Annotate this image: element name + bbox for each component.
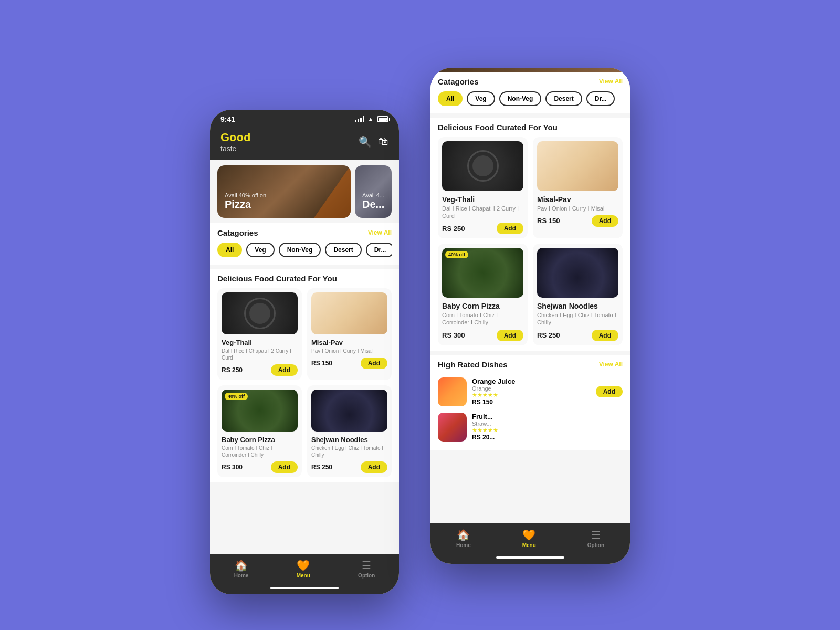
add-babycorn-button[interactable]: Add (271, 461, 298, 473)
p2-desc-vegthali: Dal I Rice I Chapati I 2 Curry I Curd (442, 205, 523, 220)
category-pills: All Veg Non-Veg Desert Dr... (217, 243, 392, 261)
p2-rated-title: High Rated Dishes (438, 360, 508, 369)
discount-badge-babycorn: 40% off (225, 393, 248, 400)
p2-img-orange-juice (438, 377, 467, 406)
p2-pill-nonveg[interactable]: Non-Veg (499, 91, 542, 106)
p2-img-fruit (438, 413, 467, 442)
phone-1: 9:41 ▲ Good (210, 110, 399, 594)
p2-home-indicator-bar (496, 556, 564, 559)
p2-add-vegthali[interactable]: Add (497, 223, 523, 234)
p2-rated-orange[interactable]: Orange Juice Orange ★★★★★ RS 150 Add (438, 374, 623, 410)
food-desc-babycorn: Corn I Tomato I Chiz I Corroinder I Chil… (222, 445, 298, 458)
status-icons: ▲ (355, 116, 388, 123)
food-footer-vegthali: RS 250 Add (222, 364, 298, 376)
nav-option-label: Option (358, 573, 375, 579)
food-card-vegthali[interactable]: Veg-Thali Dal I Rice I Chapati I 2 Curry… (217, 288, 302, 380)
p2-add-noodles[interactable]: Add (592, 330, 618, 341)
p2-stars-fruit: ★★★★★ (472, 427, 623, 434)
search-icon[interactable]: 🔍 (359, 135, 372, 148)
p2-pill-veg[interactable]: Veg (467, 91, 495, 106)
food-grid: Veg-Thali Dal I Rice I Chapati I 2 Curry… (217, 288, 392, 477)
p2-add-misalpav[interactable]: Add (592, 215, 618, 227)
p2-nav-menu[interactable]: 🧡 Menu (522, 529, 536, 548)
promo-banners: Avail 40% off on Pizza Avail 4... De... (210, 160, 399, 223)
food-desc-misalpav: Pav I Onion I Curry I Misal (311, 348, 387, 354)
food-price-misalpav: RS 150 (311, 360, 332, 367)
home-indicator-bar (270, 587, 339, 589)
banner-dessert-text: Avail 4... De... (362, 192, 384, 211)
p2-nav-option[interactable]: ☰ Option (587, 529, 604, 548)
p2-food-vegthali[interactable]: Veg-Thali Dal I Rice I Chapati I 2 Curry… (438, 137, 528, 239)
p2-price-babycorn: RS 300 (442, 331, 465, 339)
p2-info-fruit: Fruit... Straw... ★★★★★ RS 20... (472, 413, 623, 441)
food-footer-misalpav: RS 150 Add (311, 358, 387, 369)
menu-icon: 🧡 (297, 559, 310, 572)
food-card-noodles[interactable]: Shejwan Noodles Chicken I Egg I Chiz I T… (307, 385, 392, 477)
p2-rated-fruit[interactable]: Fruit... Straw... ★★★★★ RS 20... (438, 410, 623, 445)
p2-food-misalpav[interactable]: Misal-Pav Pav I Onion I Curry I Misal RS… (533, 137, 623, 239)
food-card-babycorn[interactable]: 40% off Baby Corn Pizza Corn I Tomato I … (217, 385, 302, 477)
status-bar: 9:41 ▲ (210, 110, 399, 127)
p2-price-orange: RS 150 (472, 398, 591, 406)
add-vegthali-button[interactable]: Add (271, 364, 298, 376)
add-misalpav-button[interactable]: Add (361, 358, 387, 369)
p2-curated-section: Delicious Food Curated For You Veg-Thali… (430, 118, 630, 351)
p2-pill-dr[interactable]: Dr... (586, 91, 615, 106)
p2-price-fruit: RS 20... (472, 434, 623, 441)
food-price-vegthali: RS 250 (222, 366, 243, 374)
curated-header: Delicious Food Curated For You (217, 274, 392, 283)
p2-categories-view-all[interactable]: View All (599, 78, 623, 85)
banner-pizza[interactable]: Avail 40% off on Pizza (217, 165, 351, 218)
nav-menu-label: Menu (297, 573, 310, 579)
p2-nav-option-label: Option (587, 542, 604, 548)
p2-nav-home-label: Home (456, 542, 471, 548)
p2-add-babycorn[interactable]: Add (497, 330, 523, 341)
p2-add-orange[interactable]: Add (596, 386, 623, 397)
p2-name-orange: Orange Juice (472, 377, 591, 385)
app-header: Good taste 🔍 🛍 (210, 127, 399, 160)
pill-all[interactable]: All (217, 243, 242, 257)
p2-pill-all[interactable]: All (438, 91, 463, 106)
food-img-noodles (311, 390, 387, 432)
food-name-noodles: Shejwan Noodles (311, 436, 387, 444)
food-card-misalpav[interactable]: Misal-Pav Pav I Onion I Curry I Misal RS… (307, 288, 392, 380)
add-noodles-button[interactable]: Add (361, 461, 387, 473)
nav-menu[interactable]: 🧡 Menu (297, 559, 310, 579)
p2-name-misalpav: Misal-Pav (537, 195, 618, 204)
p2-nav-home[interactable]: 🏠 Home (456, 529, 471, 548)
curated-section: Delicious Food Curated For You Veg-Thali (210, 269, 399, 482)
food-desc-vegthali: Dal I Rice I Chapati I 2 Curry I Curd (222, 348, 298, 361)
p2-sub-fruit: Straw... (472, 421, 623, 427)
p2-high-rated-section: High Rated Dishes View All Orange Juice … (430, 355, 630, 450)
p2-categories-section: Catagories View All All Veg Non-Veg Dese… (430, 72, 630, 113)
p2-name-fruit: Fruit... (472, 413, 623, 421)
food-name-babycorn: Baby Corn Pizza (222, 436, 298, 444)
p2-food-noodles[interactable]: Shejwan Noodles Chicken I Egg I Chiz I T… (533, 244, 623, 345)
p2-price-misalpav: RS 150 (537, 217, 560, 225)
p2-info-orange: Orange Juice Orange ★★★★★ RS 150 (472, 377, 591, 406)
p2-img-noodles (537, 248, 618, 298)
p2-pill-desert[interactable]: Desert (545, 91, 582, 106)
p2-bottom-navigation: 🏠 Home 🧡 Menu ☰ Option (430, 523, 630, 556)
pill-nonveg[interactable]: Non-Veg (279, 243, 321, 257)
food-img-babycorn: 40% off (222, 390, 298, 432)
pill-dr[interactable]: Dr... (366, 243, 392, 257)
nav-option[interactable]: ☰ Option (358, 559, 375, 579)
p2-desc-babycorn: Corn I Tomato I Chiz I Corroinder I Chil… (442, 311, 523, 327)
phone-2: Catagories View All All Veg Non-Veg Dese… (430, 68, 630, 564)
food-name-vegthali: Veg-Thali (222, 339, 298, 346)
signal-icon (355, 116, 364, 122)
p2-food-babycorn[interactable]: 40% off Baby Corn Pizza Corn I Tomato I … (438, 244, 528, 345)
p2-rated-view-all[interactable]: View All (599, 361, 623, 368)
pill-desert[interactable]: Desert (325, 243, 361, 257)
banner-dessert[interactable]: Avail 4... De... (355, 165, 392, 218)
banner-pizza-text: Avail 40% off on Pizza (225, 192, 266, 211)
home-indicator (210, 587, 399, 594)
categories-view-all[interactable]: View All (368, 229, 392, 236)
pill-veg[interactable]: Veg (246, 243, 274, 257)
status-time: 9:41 (220, 115, 235, 123)
wifi-icon: ▲ (368, 116, 374, 123)
p2-option-icon: ☰ (591, 529, 601, 541)
nav-home[interactable]: 🏠 Home (234, 559, 249, 579)
cart-icon[interactable]: 🛍 (378, 135, 388, 148)
